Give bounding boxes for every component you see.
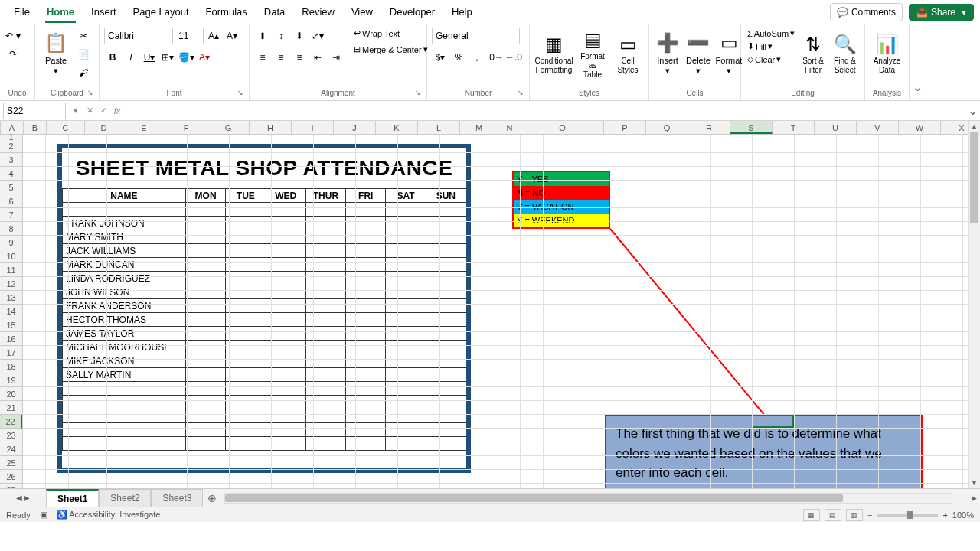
att-cell[interactable]: [346, 217, 386, 230]
vertical-scrollbar[interactable]: ▲ ▼: [968, 121, 980, 488]
att-cell[interactable]: [226, 396, 266, 409]
redo-button[interactable]: ↷: [5, 46, 21, 63]
zoom-in-button[interactable]: +: [942, 510, 947, 520]
col-header-W[interactable]: W: [899, 121, 941, 134]
att-cell[interactable]: [305, 272, 345, 285]
att-cell[interactable]: [426, 368, 466, 382]
find-select-button[interactable]: 🔍 Find & Select: [830, 28, 860, 81]
att-cell[interactable]: [226, 368, 266, 382]
att-cell[interactable]: [386, 272, 426, 285]
att-cell[interactable]: [346, 354, 386, 368]
att-cell[interactable]: [305, 396, 345, 409]
att-cell[interactable]: [386, 396, 426, 409]
att-cell[interactable]: [305, 409, 345, 423]
att-cell[interactable]: [346, 299, 386, 313]
att-name-cell[interactable]: JAMES TAYLOR: [63, 327, 186, 341]
menu-insert[interactable]: Insert: [83, 2, 124, 22]
grid-cells[interactable]: SHEET METAL SHOP ATTENDANCE NAMEMONTUEWE…: [23, 135, 968, 488]
vscroll-thumb[interactable]: [970, 132, 978, 223]
col-header-F[interactable]: F: [165, 121, 207, 134]
row-header-21[interactable]: 21: [0, 401, 22, 415]
increase-font-button[interactable]: A▴: [205, 28, 222, 44]
row-header-14[interactable]: 14: [0, 305, 22, 318]
att-cell[interactable]: [346, 244, 386, 258]
att-cell[interactable]: [386, 258, 426, 272]
att-cell[interactable]: [226, 423, 266, 437]
align-left-button[interactable]: ≡: [254, 49, 271, 66]
decrease-decimal-button[interactable]: ←.0: [505, 49, 522, 66]
increase-indent-button[interactable]: ⇥: [328, 49, 345, 66]
att-cell[interactable]: [305, 217, 345, 230]
row-header-26[interactable]: 26: [0, 470, 22, 484]
att-cell[interactable]: [305, 258, 345, 272]
macro-icon[interactable]: ▣: [40, 510, 47, 520]
underline-button[interactable]: U▾: [141, 49, 158, 66]
fill-color-button[interactable]: 🪣▾: [178, 49, 194, 66]
col-header-P[interactable]: P: [604, 121, 646, 134]
increase-decimal-button[interactable]: .0→: [487, 49, 504, 66]
att-cell[interactable]: [426, 354, 466, 368]
att-cell[interactable]: [185, 396, 225, 409]
att-cell[interactable]: [426, 203, 466, 217]
row-header-15[interactable]: 15: [0, 318, 22, 332]
row-header-6[interactable]: 6: [0, 194, 22, 208]
att-cell[interactable]: [226, 203, 266, 217]
att-cell[interactable]: [346, 230, 386, 244]
align-center-button[interactable]: ≡: [273, 49, 289, 66]
menu-file[interactable]: File: [6, 2, 38, 22]
zoom-slider[interactable]: [877, 514, 938, 517]
att-cell[interactable]: [226, 285, 266, 299]
att-cell[interactable]: [426, 396, 466, 409]
att-cell[interactable]: [386, 354, 426, 368]
row-header-4[interactable]: 4: [0, 167, 22, 181]
att-cell[interactable]: [185, 327, 225, 341]
att-cell[interactable]: [386, 327, 426, 341]
att-cell[interactable]: [426, 299, 466, 313]
att-name-cell[interactable]: MICHAEL MOORHOUSE: [63, 341, 186, 354]
att-cell[interactable]: [386, 437, 426, 451]
zoom-out-button[interactable]: −: [867, 510, 872, 520]
att-cell[interactable]: [185, 313, 225, 327]
row-header-5[interactable]: 5: [0, 181, 22, 194]
row-header-20[interactable]: 20: [0, 387, 22, 401]
font-color-button[interactable]: A▾: [196, 49, 213, 66]
row-header-13[interactable]: 13: [0, 291, 22, 305]
att-cell[interactable]: [185, 217, 225, 230]
att-cell[interactable]: [185, 409, 225, 423]
col-header-U[interactable]: U: [815, 121, 857, 134]
hscroll-thumb[interactable]: [225, 494, 842, 502]
merge-center-button[interactable]: ⊟ Merge & Center ▾: [352, 44, 430, 55]
menu-developer[interactable]: Developer: [382, 2, 443, 22]
att-cell[interactable]: [185, 203, 225, 217]
att-cell[interactable]: [426, 327, 466, 341]
att-cell[interactable]: [63, 203, 186, 217]
att-name-cell[interactable]: MARY SMITH: [63, 230, 186, 244]
comments-button[interactable]: 💬 Comments: [830, 3, 903, 21]
col-header-I[interactable]: I: [292, 121, 334, 134]
zoom-level[interactable]: 100%: [952, 510, 974, 520]
att-cell[interactable]: [305, 368, 345, 382]
scroll-down-arrow[interactable]: ▼: [969, 478, 980, 488]
col-header-B[interactable]: B: [24, 121, 47, 134]
att-cell[interactable]: [305, 437, 345, 451]
att-cell[interactable]: [226, 230, 266, 244]
att-cell[interactable]: [426, 341, 466, 354]
align-top-button[interactable]: ⬆: [254, 28, 271, 44]
page-layout-view-button[interactable]: ▤: [825, 509, 841, 521]
att-cell[interactable]: [305, 299, 345, 313]
accessibility-status[interactable]: ♿ Accessibility: Investigate: [57, 510, 161, 520]
add-sheet-button[interactable]: ⊕: [203, 492, 221, 504]
name-box-dropdown[interactable]: ▾: [69, 104, 83, 118]
col-header-R[interactable]: R: [688, 121, 730, 134]
paste-button[interactable]: 📋 Paste ▾: [40, 28, 72, 81]
col-header-N[interactable]: N: [498, 121, 521, 134]
att-cell[interactable]: [346, 382, 386, 396]
delete-cells-button[interactable]: ➖ Delete▾: [684, 28, 712, 81]
att-cell[interactable]: [426, 272, 466, 285]
font-launcher[interactable]: ↘: [237, 89, 247, 98]
menu-help[interactable]: Help: [444, 2, 480, 22]
font-size-select[interactable]: [175, 28, 204, 44]
align-right-button[interactable]: ≡: [291, 49, 308, 66]
conditional-formatting-button[interactable]: ▦ Conditional Formatting: [534, 28, 573, 81]
att-cell[interactable]: [426, 230, 466, 244]
